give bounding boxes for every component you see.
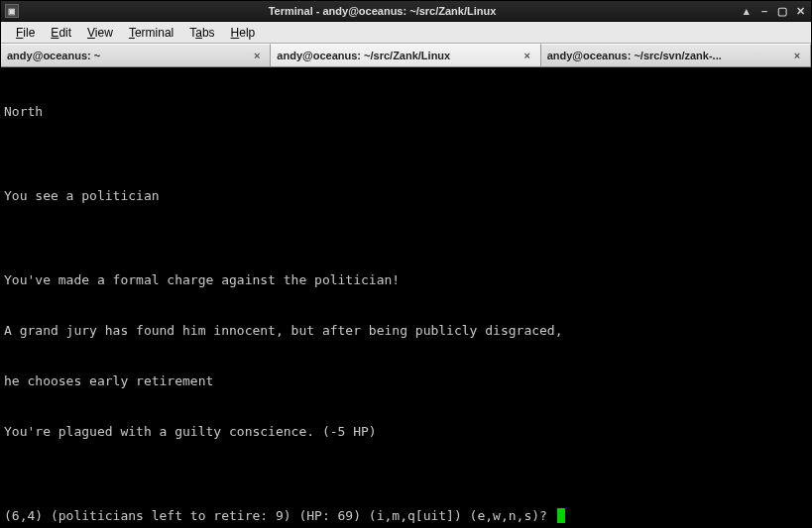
term-line: he chooses early retirement: [4, 372, 808, 389]
terminal-output[interactable]: North You see a politician You've made a…: [1, 67, 811, 527]
term-line: You see a politician: [4, 187, 808, 204]
tab-label: andy@oceanus: ~/src/Zank/Linux: [277, 50, 516, 61]
tab-close-icon[interactable]: ×: [250, 49, 264, 62]
term-line: North: [4, 103, 808, 120]
close-button[interactable]: ✕: [793, 4, 807, 18]
term-line: A grand jury has found him innocent, but…: [4, 322, 808, 339]
menu-tabs[interactable]: Tabs: [182, 24, 221, 42]
menu-edit[interactable]: Edit: [44, 24, 78, 42]
tab-close-icon[interactable]: ×: [521, 49, 534, 62]
menu-terminal[interactable]: Terminal: [122, 24, 180, 42]
menu-help[interactable]: Help: [224, 24, 263, 42]
term-prompt-line: (6,4) (politicians left to retire: 9) (H…: [4, 507, 808, 524]
prompt-text: (6,4) (politicians left to retire: 9) (H…: [4, 508, 555, 523]
titlebar[interactable]: ▣ Terminal - andy@oceanus: ~/src/Zank/Li…: [1, 1, 811, 22]
tab-zank-linux[interactable]: andy@oceanus: ~/src/Zank/Linux ×: [271, 44, 540, 66]
app-icon: ▣: [5, 4, 19, 18]
tab-svn-zank[interactable]: andy@oceanus: ~/src/svn/zank-... ×: [541, 44, 811, 66]
shade-button[interactable]: ▴: [740, 4, 754, 18]
term-line: You've made a formal charge against the …: [4, 271, 808, 288]
menu-view[interactable]: View: [80, 24, 120, 42]
tab-home[interactable]: andy@oceanus: ~ ×: [1, 44, 271, 66]
tabbar: andy@oceanus: ~ × andy@oceanus: ~/src/Za…: [1, 44, 811, 67]
terminal-window: ▣ Terminal - andy@oceanus: ~/src/Zank/Li…: [0, 0, 812, 528]
minimize-button[interactable]: –: [757, 4, 771, 18]
window-controls: ▴ – ▢ ✕: [740, 4, 807, 18]
tab-label: andy@oceanus: ~: [7, 50, 246, 61]
cursor-icon: [557, 508, 565, 523]
term-line: You're plagued with a guilty conscience.…: [4, 423, 808, 440]
tab-label: andy@oceanus: ~/src/svn/zank-...: [547, 50, 786, 61]
menu-file[interactable]: File: [9, 24, 42, 42]
window-title: Terminal - andy@oceanus: ~/src/Zank/Linu…: [25, 5, 740, 17]
tab-close-icon[interactable]: ×: [790, 49, 804, 62]
maximize-button[interactable]: ▢: [775, 4, 789, 18]
menubar: File Edit View Terminal Tabs Help: [1, 22, 811, 44]
